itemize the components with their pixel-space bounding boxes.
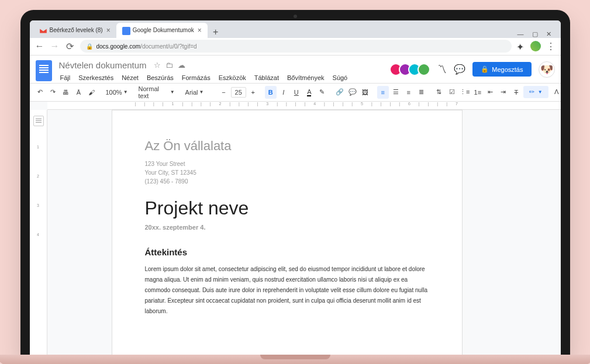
profile-icon[interactable] (530, 41, 541, 51)
lock-icon: 🔒 (86, 43, 93, 50)
menu-icon[interactable]: ⋮ (546, 41, 556, 51)
docs-header: Névtelen dokumentum ☆ 🗀 ☁ Fájl Szerkeszt… (30, 56, 561, 83)
url-input[interactable]: 🔒 docs.google.com/document/u/0/?tgif=d (80, 40, 512, 53)
address-block[interactable]: 123 Your Street Your City, ST 12345 (123… (145, 160, 429, 186)
paint-format-button[interactable]: 🖌 (86, 86, 98, 99)
clear-format-button[interactable]: T (510, 86, 522, 99)
url-text: docs.google.com/document/u/0/?tgif=d (96, 43, 197, 50)
font-size-increase[interactable]: + (247, 86, 259, 99)
body-paragraph[interactable]: Lorem ipsum dolor sit amet, consectetur … (145, 264, 429, 317)
title-area: Névtelen dokumentum ☆ 🗀 ☁ Fájl Szerkeszt… (57, 59, 389, 83)
star-icon[interactable]: ☆ (154, 61, 161, 70)
overview-heading[interactable]: Áttekintés (145, 247, 429, 257)
comment-button[interactable]: 💬 (347, 86, 358, 99)
account-avatar[interactable]: 🐶 (539, 61, 555, 78)
tab-label: Google Dokumentumok (133, 27, 194, 33)
vertical-ruler[interactable]: 1 2 3 4 (30, 110, 47, 355)
reload-button[interactable]: ⟳ (65, 41, 75, 51)
close-icon[interactable]: × (106, 26, 111, 34)
align-right-button[interactable]: ≡ (403, 86, 415, 99)
menu-table[interactable]: Táblázat (251, 72, 282, 83)
style-select[interactable]: Normal text▼ (136, 86, 177, 99)
italic-button[interactable]: I (278, 86, 289, 99)
font-size-decrease[interactable]: − (218, 86, 230, 99)
company-heading[interactable]: Az Ön vállalata (145, 138, 429, 154)
forward-button[interactable]: → (50, 41, 60, 51)
editing-mode-button[interactable]: ✏▼ (523, 86, 548, 98)
gmail-icon (39, 27, 46, 34)
header-right: 〽 💬 🔒 Megosztás 🐶 (393, 59, 554, 78)
activity-icon[interactable]: 〽 (437, 64, 447, 75)
canvas: 1 2 3 4 Az Ön vállalata 123 Your Street … (30, 102, 561, 355)
camera-dot (294, 15, 297, 18)
screen: Beérkező levelek (8) × Google Dokumentum… (30, 20, 561, 355)
link-button[interactable]: 🔗 (334, 86, 346, 99)
document-title[interactable]: Névtelen dokumentum (57, 59, 149, 71)
close-button[interactable]: ✕ (546, 30, 551, 38)
back-button[interactable]: ← (34, 41, 45, 51)
outline-toggle-button[interactable] (33, 116, 44, 126)
new-tab-button[interactable]: + (210, 26, 222, 38)
undo-button[interactable]: ↶ (34, 86, 46, 99)
docs-logo-icon[interactable] (36, 60, 52, 81)
menu-format[interactable]: Formázás (178, 72, 214, 83)
menu-edit[interactable]: Szerkesztés (75, 72, 117, 83)
font-select[interactable]: Arial▼ (183, 86, 212, 99)
menu-help[interactable]: Súgó (329, 72, 351, 83)
address-bar: ← → ⟳ 🔒 docs.google.com/document/u/0/?tg… (30, 38, 561, 56)
text-color-button[interactable]: A (303, 86, 315, 99)
collaborator-avatars[interactable] (393, 63, 430, 76)
align-left-button[interactable]: ≡ (377, 86, 389, 99)
minimize-button[interactable]: — (517, 30, 524, 38)
menu-insert[interactable]: Beszúrás (143, 72, 177, 83)
tab-label: Beérkező levelek (8) (50, 27, 103, 33)
redo-button[interactable]: ↷ (47, 86, 59, 99)
laptop-frame: Beérkező levelek (8) × Google Dokumentum… (20, 10, 570, 355)
maximize-button[interactable]: ▢ (532, 30, 538, 38)
menu-bar: Fájl Szerkesztés Nézet Beszúrás Formázás… (57, 72, 389, 83)
window-controls: — ▢ ✕ (512, 30, 557, 38)
menu-addons[interactable]: Bővítmények (284, 72, 328, 83)
align-center-button[interactable]: ☰ (390, 86, 402, 99)
menu-file[interactable]: Fájl (57, 72, 74, 83)
cloud-icon[interactable]: ☁ (178, 61, 185, 70)
share-button[interactable]: 🔒 Megosztás (472, 62, 531, 77)
image-button[interactable]: 🖼 (360, 86, 371, 99)
laptop-base (0, 355, 590, 365)
bold-button[interactable]: B (265, 86, 277, 99)
checklist-button[interactable]: ☑ (446, 86, 458, 99)
font-size-input[interactable]: 25 (231, 87, 246, 98)
highlight-button[interactable]: ✎ (316, 86, 328, 99)
line-spacing-button[interactable]: ⇅ (433, 86, 445, 99)
indent-increase-button[interactable]: ⇥ (498, 86, 509, 99)
numbered-list-button[interactable]: 1≡ (472, 86, 484, 99)
lock-icon: 🔒 (481, 65, 489, 73)
indent-decrease-button[interactable]: ⇤ (485, 86, 496, 99)
close-icon[interactable]: × (198, 26, 202, 34)
align-justify-button[interactable]: ≣ (416, 86, 427, 99)
spellcheck-button[interactable]: Ā (73, 86, 85, 99)
underline-button[interactable]: U (291, 86, 302, 99)
svg-rect-0 (122, 27, 130, 35)
browser-tab-strip: Beérkező levelek (8) × Google Dokumentum… (30, 20, 561, 38)
print-button[interactable]: 🖶 (60, 86, 72, 99)
move-icon[interactable]: 🗀 (165, 61, 173, 70)
comments-icon[interactable]: 💬 (454, 64, 465, 75)
docs-icon (122, 27, 129, 34)
collapse-toolbar-button[interactable]: ᐱ (551, 86, 561, 99)
browser-tab-docs[interactable]: Google Dokumentumok × (116, 23, 208, 38)
menu-view[interactable]: Nézet (118, 72, 142, 83)
project-date[interactable]: 20xx. szeptember 4. (145, 224, 429, 231)
menu-tools[interactable]: Eszközök (215, 72, 250, 83)
horizontal-ruler[interactable] (47, 102, 561, 110)
avatar[interactable] (418, 63, 430, 76)
toolbar: ↶ ↷ 🖶 Ā 🖌 100%▼ Normal text▼ Arial▼ − 25… (30, 83, 561, 102)
zoom-select[interactable]: 100%▼ (103, 86, 130, 99)
project-title[interactable]: Projekt neve (145, 197, 429, 219)
bullet-list-button[interactable]: ⋮≡ (459, 86, 471, 99)
extensions-icon[interactable]: ✦ (516, 41, 526, 51)
browser-tab-gmail[interactable]: Beérkező levelek (8) × (33, 23, 116, 38)
document-page[interactable]: Az Ön vállalata 123 Your Street Your Cit… (112, 110, 463, 355)
